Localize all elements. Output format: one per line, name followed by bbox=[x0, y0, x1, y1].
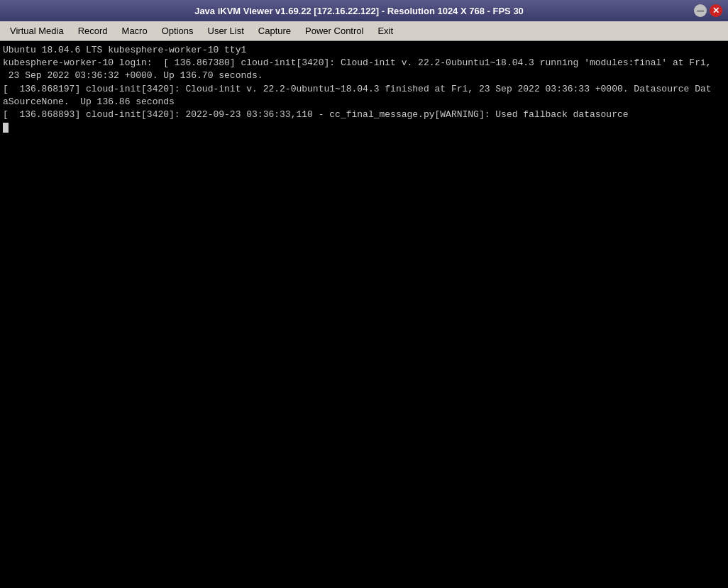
menu-bar: Virtual MediaRecordMacroOptionsUser List… bbox=[0, 21, 728, 41]
window-title: Java iKVM Viewer v1.69.22 [172.16.22.122… bbox=[24, 6, 694, 16]
menu-item-user-list[interactable]: User List bbox=[201, 23, 251, 38]
terminal-line: Ubuntu 18.04.6 LTS kubesphere-worker-10 … bbox=[3, 44, 725, 57]
terminal-cursor bbox=[3, 123, 9, 133]
close-button[interactable]: ✕ bbox=[710, 4, 722, 17]
terminal-line: aSourceNone. Up 136.86 seconds bbox=[3, 96, 725, 109]
terminal-line: 23 Sep 2022 03:36:32 +0000. Up 136.70 se… bbox=[3, 70, 725, 82]
terminal-display[interactable]: Ubuntu 18.04.6 LTS kubesphere-worker-10 … bbox=[0, 41, 728, 588]
title-bar: Java iKVM Viewer v1.69.22 [172.16.22.122… bbox=[0, 0, 728, 21]
minimize-button[interactable]: — bbox=[694, 4, 707, 17]
menu-item-exit[interactable]: Exit bbox=[370, 23, 400, 38]
menu-item-record[interactable]: Record bbox=[71, 23, 115, 38]
terminal-cursor-line bbox=[3, 121, 725, 134]
menu-item-macro[interactable]: Macro bbox=[115, 23, 155, 38]
terminal-line: [ 136.868197] cloud-init[3420]: Cloud-in… bbox=[3, 83, 725, 96]
terminal-line: [ 136.868893] cloud-init[3420]: 2022-09-… bbox=[3, 109, 725, 121]
title-bar-controls: — ✕ bbox=[694, 4, 722, 17]
menu-item-virtual-media[interactable]: Virtual Media bbox=[3, 23, 71, 38]
menu-item-capture[interactable]: Capture bbox=[251, 23, 298, 38]
menu-item-options[interactable]: Options bbox=[155, 23, 201, 38]
terminal-line: kubesphere-worker-10 login: [ 136.867380… bbox=[3, 57, 725, 70]
menu-item-power-control[interactable]: Power Control bbox=[298, 23, 370, 38]
